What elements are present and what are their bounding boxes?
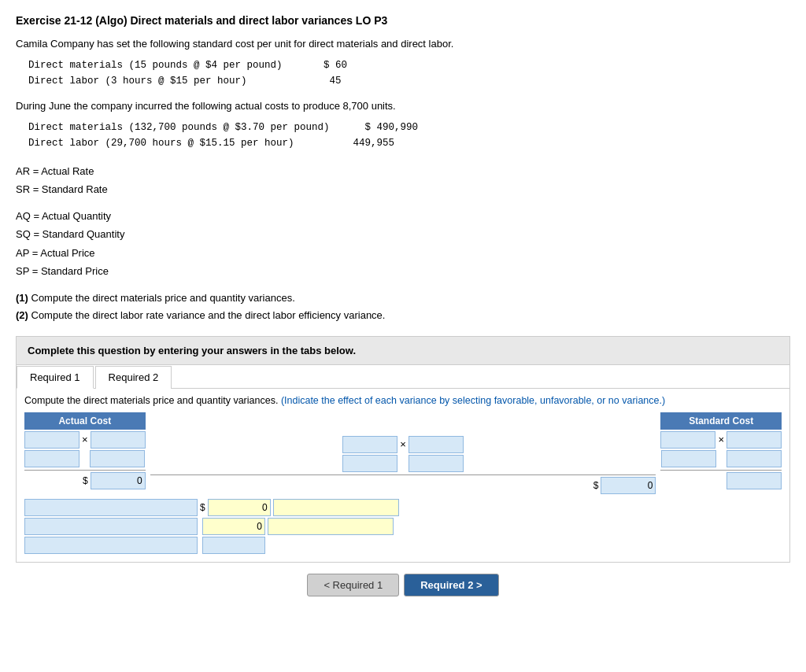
tabs-container: Required 1 Required 2 Compute the direct… xyxy=(16,365,790,563)
next-button[interactable]: Required 2 > xyxy=(404,574,498,596)
ac-input-1[interactable] xyxy=(24,431,79,449)
var3-label[interactable] xyxy=(24,537,198,554)
page-title: Exercise 21-12 (Algo) Direct materials a… xyxy=(16,14,790,27)
mid-input-2[interactable] xyxy=(409,436,464,453)
during-text: During June the company incurred the fol… xyxy=(16,100,790,112)
tabs-row: Required 1 Required 2 xyxy=(17,365,789,389)
var2-select[interactable] xyxy=(268,518,394,535)
actual-cost-total-row: $ xyxy=(24,470,146,489)
mid-mult-2 xyxy=(397,457,408,469)
var1-select[interactable] xyxy=(273,499,399,516)
sc-input-3[interactable] xyxy=(661,450,716,467)
var3-amount[interactable] xyxy=(202,537,265,554)
mid-dollar: $ xyxy=(593,480,599,491)
definitions-aq-sp: AQ = Actual Quantity SQ = Standard Quant… xyxy=(16,207,790,281)
variance-row-2 xyxy=(24,518,782,535)
sc-total-row xyxy=(660,470,782,489)
actual-cost-row1: × xyxy=(24,431,146,449)
ac-total-input[interactable] xyxy=(91,472,146,489)
tab-required-1[interactable]: Required 1 xyxy=(17,366,94,389)
ac-input-3[interactable] xyxy=(24,450,79,467)
nav-buttons: < Required 1 Required 2 > xyxy=(16,574,790,596)
mid-row2 xyxy=(342,455,463,472)
sc-input-2[interactable] xyxy=(727,431,782,449)
middle-section: × $ xyxy=(150,412,656,494)
mid-total-row: $ xyxy=(150,474,656,494)
ac-input-4[interactable] xyxy=(90,450,145,467)
actual-cost-section: Actual Cost × $ xyxy=(24,412,146,489)
actual-cost-header: Actual Cost xyxy=(24,412,146,430)
mult-sign-1: × xyxy=(79,434,91,445)
variance-row-1: $ xyxy=(24,499,782,516)
sc-mult-1: × xyxy=(715,434,727,445)
tab-instruction-text: Compute the direct materials price and q… xyxy=(24,395,278,406)
sc-mult-2 xyxy=(716,452,727,464)
mid-input-1[interactable] xyxy=(342,436,397,453)
var2-amount[interactable] xyxy=(202,518,265,535)
var1-dollar-sign: $ xyxy=(200,502,205,513)
prev-button[interactable]: < Required 1 xyxy=(307,574,399,596)
mult-sign-2 xyxy=(79,452,90,464)
standard-cost-section: Standard Cost × xyxy=(660,412,782,489)
instructions-block: (1) Compute the direct materials price a… xyxy=(16,290,790,324)
ac-dollar: $ xyxy=(83,475,88,486)
sc-row2 xyxy=(661,450,782,467)
tab-required-2[interactable]: Required 2 xyxy=(95,366,172,389)
mid-row1: × xyxy=(342,436,464,453)
var1-amount[interactable] xyxy=(208,499,271,516)
mid-input-4[interactable] xyxy=(409,455,464,472)
standard-cost-header: Standard Cost xyxy=(660,412,782,430)
variance-row-3 xyxy=(24,537,782,554)
mid-total-input[interactable] xyxy=(601,477,656,494)
intro-text: Camila Company has set the following sta… xyxy=(16,38,790,50)
actual-cost-row2 xyxy=(24,450,145,467)
actual-costs-block: Direct materials (132,700 pounds @ $3.70… xyxy=(28,120,790,151)
var1-label[interactable] xyxy=(24,499,198,516)
ac-input-2[interactable] xyxy=(91,431,146,449)
definitions-ar-sr: AR = Actual Rate SR = Standard Rate xyxy=(16,162,790,199)
mid-mult-1: × xyxy=(397,438,409,450)
mid-input-3[interactable] xyxy=(342,455,397,472)
bottom-variance-section: $ xyxy=(24,499,782,554)
sc-input-4[interactable] xyxy=(727,450,782,467)
sc-row1: × xyxy=(660,431,782,449)
sc-total-input[interactable] xyxy=(727,472,782,489)
standard-costs-block: Direct materials (15 pounds @ $4 per pou… xyxy=(28,57,790,89)
tab-instruction-colored: (Indicate the effect of each variance by… xyxy=(281,395,665,406)
complete-box: Complete this question by entering your … xyxy=(16,336,790,365)
tab1-content: Compute the direct materials price and q… xyxy=(17,389,789,562)
tab-instruction-line: Compute the direct materials price and q… xyxy=(24,395,782,406)
var2-label[interactable] xyxy=(24,518,198,535)
sc-input-1[interactable] xyxy=(660,431,715,449)
